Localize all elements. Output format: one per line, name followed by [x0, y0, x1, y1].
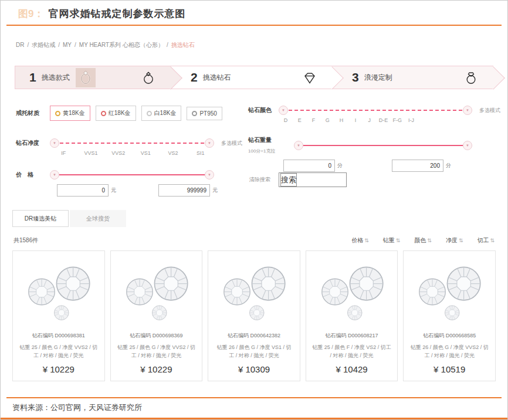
step-romantic-customize[interactable]: 3 浪漫定制: [332, 66, 493, 89]
sort-carat[interactable]: 钻重⇅: [383, 236, 401, 245]
clarity-tick[interactable]: SI1: [187, 150, 214, 156]
material-option-yellow-18k[interactable]: 黄18K金: [50, 106, 90, 121]
tab-global-sourcing[interactable]: 全球搜货: [70, 210, 126, 227]
color-tick[interactable]: F: [307, 117, 321, 123]
diamond-card[interactable]: 钻石编码 D000608217 钻重 25 / 颜色 F / 净度 VS2 / …: [306, 250, 398, 381]
bottom-accent-bar: [1, 418, 507, 419]
diamond-icon: [303, 71, 317, 85]
diamond-photo: [13, 251, 104, 329]
slider-handle-min[interactable]: ▼: [50, 138, 59, 148]
result-count: 共1586件: [13, 236, 38, 245]
figure-number: 图9：: [18, 8, 43, 19]
ring-style-thumbnail: [76, 68, 96, 87]
sort-arrows-icon: ⇅: [364, 238, 369, 243]
carat-conversion-note: 100分=1克拉: [248, 148, 275, 154]
diamond-card[interactable]: 钻石编码 D000698369 钻重 25 / 颜色 G / 净度 VVS2 /…: [110, 250, 203, 381]
sort-clarity[interactable]: 净度⇅: [446, 236, 463, 245]
slider-track: [54, 143, 210, 144]
diamond-card[interactable]: 钻石编码 D000642382 钻重 26 / 颜色 G / 净度 VS1 / …: [208, 250, 300, 381]
multi-select-hint[interactable]: 多选模式: [479, 107, 500, 114]
material-option-white-18k[interactable]: 白18K金: [141, 106, 182, 121]
slider-handle-max[interactable]: ▼: [463, 141, 472, 150]
carat-max-input[interactable]: [392, 160, 443, 172]
diamond-photo: [111, 251, 202, 329]
diamond-code: 钻石编码 D000608217: [306, 332, 398, 340]
step-choose-style[interactable]: 1 挑选款式: [15, 66, 171, 89]
diamond-photo: [404, 251, 495, 329]
diamond-specs: 钻重 26 / 颜色 G / 净度 VVS2 / 切工 / 对称 / 抛光 / …: [409, 344, 489, 360]
diamond-code: 钻石编码 D000668585: [404, 332, 495, 340]
price-min-input[interactable]: [57, 184, 109, 197]
material-option-pt950[interactable]: PT950: [187, 107, 222, 120]
color-tick[interactable]: F-G: [390, 117, 404, 123]
filter-label: 钻石重量: [248, 136, 294, 144]
clear-search-link[interactable]: 清除搜索: [249, 176, 270, 184]
search-button[interactable]: 搜索: [279, 172, 347, 187]
clarity-range-slider: ▼ ▼: [50, 138, 214, 148]
slider-track: [298, 145, 468, 146]
diamond-code: 钻石编码 D000642382: [208, 332, 300, 340]
clarity-tick[interactable]: VS1: [132, 150, 160, 156]
step-number: 3: [352, 70, 359, 84]
diamond-grid: 钻石编码 D000698381 钻重 25 / 颜色 G / 净度 VVS2 /…: [12, 250, 496, 381]
step-number: 2: [191, 70, 198, 84]
tab-dr-selected-diamonds[interactable]: DR臻选美钻: [12, 210, 69, 227]
result-tabs: DR臻选美钻 全球搜货: [12, 210, 496, 227]
sort-arrows-icon: ⇅: [427, 238, 432, 243]
diamond-card[interactable]: 钻石编码 D000698381 钻重 25 / 颜色 G / 净度 VVS2 /…: [12, 250, 105, 381]
breadcrumb-item[interactable]: MY HEART系列 心相恋（心形）: [79, 42, 164, 48]
clarity-tick[interactable]: VVS1: [77, 150, 105, 156]
color-tick[interactable]: I-J: [404, 117, 418, 123]
sort-cut[interactable]: 切工⇅: [477, 236, 495, 245]
filter-clarity: 钻石净度 ▼ ▼ 多选模式 IF VVS1 VVS2 VS1 VS2 SI1: [16, 138, 246, 156]
breadcrumb-item[interactable]: DR: [16, 42, 24, 48]
clarity-tick[interactable]: VVS2: [104, 150, 132, 156]
diamond-price: ¥ 10519: [404, 364, 495, 374]
material-dot-icon: [147, 111, 152, 116]
source-note: 资料来源：公司官网，天风证券研究所: [1, 398, 507, 418]
step-label: 浪漫定制: [364, 73, 392, 83]
carat-unit: 分: [446, 162, 451, 170]
material-dot-icon: [55, 111, 60, 116]
clarity-tick[interactable]: VS2: [160, 150, 187, 156]
color-tick[interactable]: D-E: [377, 117, 391, 123]
color-tick[interactable]: G: [320, 117, 334, 123]
color-tick[interactable]: E: [293, 117, 307, 123]
step-label: 挑选款式: [42, 73, 70, 83]
price-max-input[interactable]: [158, 184, 210, 197]
breadcrumb-item[interactable]: 求婚钻戒: [32, 42, 55, 48]
slider-handle-max[interactable]: ▼: [463, 106, 472, 115]
slider-handle-min[interactable]: ▼: [294, 141, 303, 150]
material-dot-icon: [192, 111, 197, 116]
breadcrumb-item[interactable]: MY: [63, 42, 72, 48]
diamond-price: ¥ 10429: [306, 364, 398, 374]
step-arrow: [482, 66, 505, 90]
filter-price: 价 格 ▼ ▼ 元 元: [16, 170, 246, 197]
price-unit: 元: [212, 187, 218, 194]
slider-handle-max[interactable]: ▼: [205, 138, 214, 148]
filter-label: 钻石净度: [16, 139, 50, 147]
search-block: 清除搜索 搜索: [249, 172, 347, 187]
material-option-label: 红18K金: [109, 109, 131, 117]
slider-handle-min[interactable]: ▼: [279, 106, 288, 115]
diamond-photo: [306, 251, 398, 329]
clarity-tick[interactable]: IF: [50, 150, 77, 156]
sort-price[interactable]: 价格⇅: [351, 236, 369, 245]
slider-handle-min[interactable]: ▼: [50, 170, 59, 179]
color-tick[interactable]: D: [279, 117, 293, 123]
step-choose-diamond[interactable]: 2 挑选钻石: [171, 66, 332, 89]
step-wizard: 1 挑选款式 2 挑选钻石: [15, 66, 493, 89]
diamond-card[interactable]: 钻石编码 D000668585 钻重 26 / 颜色 G / 净度 VVS2 /…: [403, 250, 496, 381]
sort-color[interactable]: 颜色⇅: [414, 236, 432, 245]
material-option-rose-18k[interactable]: 红18K金: [96, 106, 136, 121]
sort-arrows-icon: ⇅: [459, 238, 463, 243]
color-tick[interactable]: H: [334, 117, 348, 123]
color-tick[interactable]: J: [363, 117, 377, 123]
slider-handle-max[interactable]: ▼: [205, 170, 214, 179]
diamond-photo: [208, 251, 300, 329]
figure-footer: 资料来源：公司官网，天风证券研究所: [1, 397, 507, 419]
multi-select-hint[interactable]: 多选模式: [221, 140, 242, 147]
filter-material: 戒托材质 黄18K金 红18K金 白18K金 PT950: [16, 106, 228, 121]
carat-min-input[interactable]: [283, 160, 335, 172]
color-tick[interactable]: I: [348, 117, 363, 123]
